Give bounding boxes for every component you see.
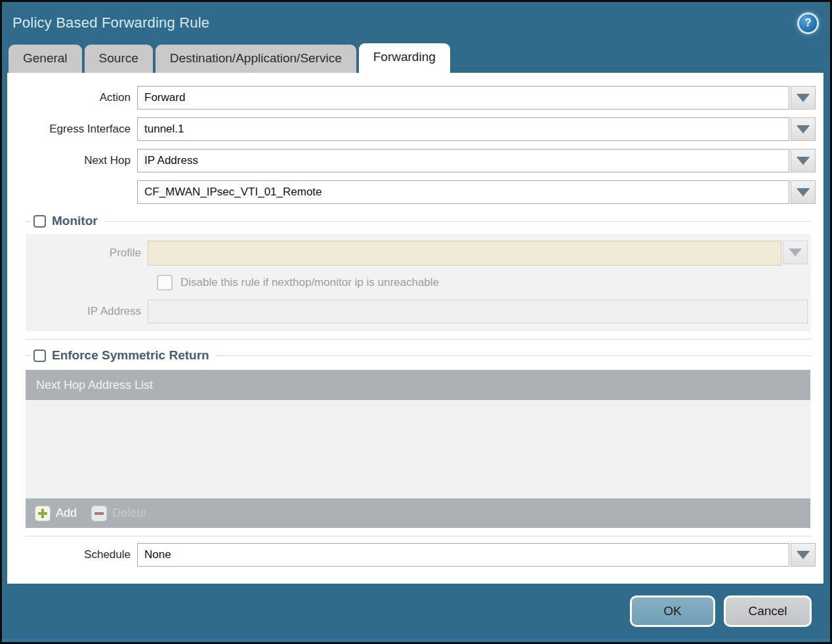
dialog-footer: OK Cancel — [2, 584, 830, 639]
next-hop-address-dropdown-button[interactable] — [791, 180, 816, 204]
tab-forwarding[interactable]: Forwarding — [359, 43, 450, 73]
disable-rule-checkbox — [157, 275, 173, 291]
tab-general[interactable]: General — [9, 45, 82, 73]
next-hop-address-list-header: Next Hop Address List — [26, 370, 810, 400]
add-button-label: Add — [56, 506, 77, 520]
monitor-ip-address-label: IP Address — [26, 305, 148, 318]
delete-button-label: Delete — [112, 506, 146, 520]
egress-interface-input[interactable] — [137, 117, 789, 141]
profile-label: Profile — [26, 247, 148, 260]
tab-bar: General Source Destination/Application/S… — [2, 40, 830, 73]
enforce-symmetric-return-checkbox[interactable] — [33, 350, 46, 362]
schedule-label: Schedule — [7, 548, 137, 561]
action-row: Action — [7, 86, 816, 110]
ok-button[interactable]: OK — [630, 595, 715, 627]
schedule-input[interactable] — [137, 543, 789, 567]
forwarding-tab-panel: Action Egress Interface Next Hop — [7, 73, 823, 584]
monitor-legend: Monitor — [26, 212, 810, 230]
egress-interface-combo — [137, 117, 816, 141]
chevron-down-icon — [797, 94, 810, 102]
next-hop-dropdown-button[interactable] — [791, 149, 816, 172]
monitor-panel: Profile Disable this rule if nexthop/mon… — [26, 234, 810, 331]
delete-button: Delete — [91, 506, 146, 521]
next-hop-address-input[interactable] — [137, 180, 789, 204]
help-icon[interactable]: ? — [799, 14, 817, 32]
cancel-button[interactable]: Cancel — [724, 595, 812, 627]
chevron-down-icon — [797, 188, 810, 196]
window-bottom-edge — [2, 639, 830, 642]
chevron-down-icon — [789, 249, 802, 256]
monitor-ip-address-input — [148, 300, 808, 323]
enforce-symmetric-return-legend: Enforce Symmetric Return — [26, 346, 810, 365]
monitor-fieldset-border — [26, 339, 810, 340]
schedule-dropdown-button[interactable] — [791, 543, 816, 567]
dialog-titlebar: Policy Based Forwarding Rule ? — [2, 2, 830, 40]
schedule-combo — [137, 543, 816, 567]
monitor-ip-address-row: IP Address — [26, 300, 808, 323]
next-hop-address-list-toolbar: Add Delete — [26, 498, 810, 528]
next-hop-label: Next Hop — [7, 154, 137, 167]
next-hop-address-combo — [137, 180, 816, 204]
action-dropdown-button[interactable] — [791, 86, 816, 110]
next-hop-address-list-body[interactable] — [26, 400, 810, 498]
next-hop-address-list-table: Next Hop Address List Add Delete — [26, 370, 810, 528]
next-hop-address-row — [7, 180, 816, 204]
monitor-fieldset: Monitor Profile Disable this rule if nex… — [26, 212, 810, 331]
profile-dropdown-button — [783, 241, 808, 264]
action-combo — [137, 86, 816, 110]
tab-destination-application-service[interactable]: Destination/Application/Service — [156, 45, 356, 73]
tab-source[interactable]: Source — [85, 45, 153, 73]
next-hop-row: Next Hop — [7, 149, 816, 172]
profile-combo — [148, 241, 808, 266]
egress-interface-dropdown-button[interactable] — [791, 117, 816, 141]
schedule-row: Schedule — [7, 543, 816, 567]
screenshot-frame: Policy Based Forwarding Rule ? General S… — [0, 0, 832, 644]
monitor-label: Monitor — [52, 214, 98, 228]
next-hop-input[interactable] — [137, 149, 789, 172]
dialog-title: Policy Based Forwarding Rule — [12, 14, 209, 31]
chevron-down-icon — [797, 125, 810, 133]
policy-based-forwarding-rule-dialog: Policy Based Forwarding Rule ? General S… — [2, 2, 830, 642]
add-button[interactable]: Add — [35, 506, 77, 521]
enforce-fieldset-border — [26, 536, 810, 536]
enforce-symmetric-return-fieldset: Enforce Symmetric Return Next Hop Addres… — [26, 346, 810, 528]
action-label: Action — [7, 91, 137, 104]
profile-row: Profile — [26, 241, 808, 266]
enforce-symmetric-return-label: Enforce Symmetric Return — [52, 348, 209, 363]
chevron-down-icon — [797, 157, 810, 165]
chevron-down-icon — [797, 551, 810, 559]
disable-rule-label: Disable this rule if nexthop/monitor ip … — [180, 276, 439, 289]
egress-interface-label: Egress Interface — [7, 123, 137, 136]
monitor-checkbox[interactable] — [33, 215, 46, 228]
next-hop-combo — [137, 149, 816, 172]
profile-input — [148, 241, 781, 266]
disable-rule-row: Disable this rule if nexthop/monitor ip … — [154, 275, 808, 291]
minus-icon — [91, 506, 107, 521]
action-input[interactable] — [137, 86, 789, 110]
egress-interface-row: Egress Interface — [7, 117, 816, 141]
plus-icon — [35, 506, 51, 521]
